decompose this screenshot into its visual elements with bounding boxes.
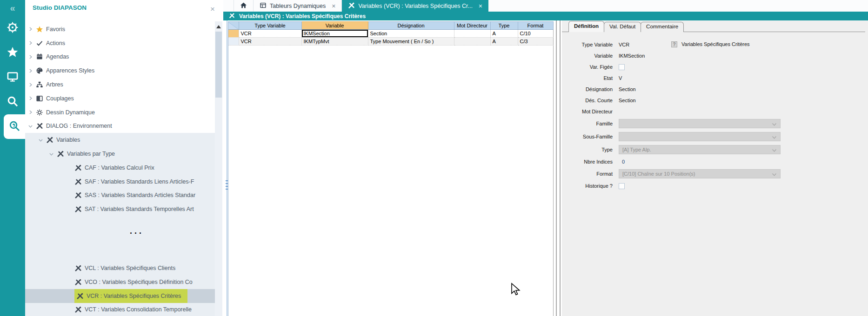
tree-item-vco-variables-sp-cifiques-d-finition-co[interactable]: VCO : Variables Spécifiques Définition C… [25, 275, 215, 289]
tree-item-actions[interactable]: Actions [25, 36, 215, 50]
cell-format[interactable]: C/10 [518, 30, 553, 38]
chevron-right-icon[interactable] [28, 96, 36, 101]
rail-item-favorites[interactable] [0, 40, 25, 65]
tools-icon [36, 122, 46, 130]
star-gold-icon [36, 26, 46, 33]
rail-item-search-location[interactable] [4, 114, 25, 139]
detail-splitter[interactable] [556, 20, 561, 316]
tree-item-vcr-variables-sp-cifiques-crit-res[interactable]: VCR : Variables Spécifiques Critères [25, 289, 215, 303]
cell-type-variable[interactable]: VCR [239, 38, 301, 46]
tree-item-caf-variables-calcul-prix[interactable]: CAF : Variables Calcul Prix [25, 161, 215, 175]
variables-icon [223, 12, 235, 20]
select-format[interactable]: [C/10] Chaîne sur 10 Position(s) [619, 169, 781, 178]
column-header-mot-directeur[interactable]: Mot Directeur [454, 22, 490, 30]
tree-item-favoris[interactable]: Favoris [25, 22, 215, 36]
tree-item-saf-variables-standards-liens-articles-f[interactable]: SAF : Variables Standards Liens Articles… [25, 175, 215, 189]
field-label: Type [562, 147, 613, 152]
cell-variable[interactable]: IKMSection [301, 30, 368, 38]
cell-format[interactable]: C/3 [518, 38, 553, 46]
chevron-down-icon[interactable] [28, 124, 36, 129]
chevron-right-icon[interactable] [28, 110, 36, 115]
tree-item-sat-variables-standards-temporelles-art[interactable]: SAT : Variables Standards Temporelles Ar… [25, 202, 215, 216]
chevron-right-icon[interactable] [28, 82, 36, 87]
home-icon [240, 2, 247, 10]
cell-type-variable[interactable]: VCR [239, 30, 301, 38]
chevron-right-icon[interactable] [28, 40, 36, 46]
field-label: Type Variable [562, 42, 613, 47]
checkbox-var-fig-e[interactable] [619, 64, 625, 70]
column-header-format[interactable]: Format [518, 22, 553, 30]
sidebar-scrollbar[interactable] [215, 21, 222, 316]
row-selector-cell[interactable] [228, 30, 239, 38]
row-selector-header[interactable] [228, 22, 239, 30]
tree-item-sas-variables-standards-articles-standar[interactable]: SAS : Variables Standards Articles Stand… [25, 189, 215, 203]
close-icon[interactable]: × [332, 2, 335, 10]
field-value: V [619, 75, 622, 81]
chevron-right-icon[interactable] [28, 26, 36, 32]
tree-item-vcl-variables-sp-cifiques-clients[interactable]: VCL : Variables Spécifiques Clients [25, 261, 215, 275]
tab-commentaire[interactable]: Commentaire [641, 22, 684, 32]
tree-item-label: Favoris [46, 26, 65, 33]
row-selector-cell[interactable] [228, 38, 239, 46]
scrollbar-thumb[interactable] [215, 32, 222, 98]
close-icon[interactable]: × [479, 2, 482, 10]
select-famille[interactable] [619, 119, 781, 128]
tree-item-apparences-styles[interactable]: Apparences Styles [25, 64, 215, 78]
tree-item-vct-variables-consolidation-temporelle[interactable]: VCT : Variables Consolidation Temporelle [25, 303, 215, 316]
chevron-down-icon[interactable] [38, 138, 46, 143]
rail-item-settings[interactable] [0, 16, 25, 40]
content-header: Variables (VCR) : Variables Spécifiques … [223, 12, 868, 20]
column-header-type[interactable]: Type [490, 22, 518, 30]
tab-val-defaut[interactable]: Val. Défaut [604, 22, 641, 32]
panel-splitter[interactable] [222, 12, 228, 316]
columns-icon [36, 95, 46, 102]
table-row[interactable]: VCRIKMTypMvtType Mouvement ( En / So )AC… [228, 38, 553, 46]
detail-tabbar: Définition Val. Défaut Commentaire [568, 22, 683, 32]
chevron-right-icon[interactable] [28, 54, 36, 59]
tab-variables-vcr[interactable]: Variables (VCR) : Variables Spécifiques … [342, 0, 488, 12]
tree-item-couplages[interactable]: Couplages [25, 92, 215, 105]
cell-d-signation[interactable]: Section [368, 30, 454, 38]
cell-mot-directeur[interactable] [454, 38, 490, 46]
tree-item-variables-par-type[interactable]: Variables par Type [25, 147, 215, 161]
tools-icon [74, 278, 85, 286]
field-value: IKMSection [619, 53, 645, 59]
table-row[interactable]: VCRIKMSectionSectionAC/10 [228, 30, 553, 38]
cell-variable[interactable]: IKMTypMvt [301, 38, 368, 46]
tree-item-dialog-environnement[interactable]: DIALOG : Environnement [25, 119, 215, 133]
tree-item-arbres[interactable]: Arbres [25, 78, 215, 92]
tab-home[interactable] [234, 0, 254, 12]
tree-item-agendas[interactable]: Agendas [25, 50, 215, 64]
tree-item-label: DIALOG : Environnement [46, 123, 112, 129]
tab-tableurs-dynamiques[interactable]: Tableurs Dynamiques × [254, 0, 342, 12]
select-type[interactable]: [A] Type Alp. [619, 145, 781, 154]
tree-item-variables[interactable]: Variables [25, 133, 215, 147]
scroll-up-icon[interactable] [216, 25, 221, 28]
sidebar-close-button[interactable]: × [210, 5, 215, 14]
tab-definition[interactable]: Définition [568, 21, 604, 32]
tools-icon [74, 306, 85, 313]
chevron-right-icon[interactable] [28, 68, 36, 73]
tab-label: Tableurs Dynamiques [270, 3, 326, 9]
tree-item-label: Variables par Type [67, 151, 115, 157]
cell-mot-directeur[interactable] [454, 30, 490, 38]
column-header-variable[interactable]: Variable [301, 22, 368, 30]
rail-item-screens[interactable] [0, 65, 25, 90]
wheel-icon [7, 21, 19, 35]
rail-item-search[interactable] [0, 90, 25, 114]
chevron-down-icon[interactable] [49, 151, 57, 157]
field-value: 0 [622, 159, 625, 165]
checkbox-historique[interactable] [619, 183, 625, 189]
column-header-type-variable[interactable]: Type Variable [239, 22, 301, 30]
help-checkbox[interactable]: ? [671, 41, 677, 47]
column-header-d-signation[interactable]: Désignation [368, 22, 454, 30]
tools-icon [76, 292, 87, 300]
star-icon [7, 46, 19, 60]
collapse-sidebar-button[interactable]: « [0, 0, 25, 16]
sidebar-title: Studio DIAPASON [33, 4, 87, 11]
cell-type[interactable]: A [490, 38, 518, 46]
cell-d-signation[interactable]: Type Mouvement ( En / So ) [368, 38, 454, 46]
cell-type[interactable]: A [490, 30, 518, 38]
select-sous-famille[interactable] [619, 132, 781, 141]
tree-item-dessin-dynamique[interactable]: Dessin Dynamique [25, 105, 215, 119]
